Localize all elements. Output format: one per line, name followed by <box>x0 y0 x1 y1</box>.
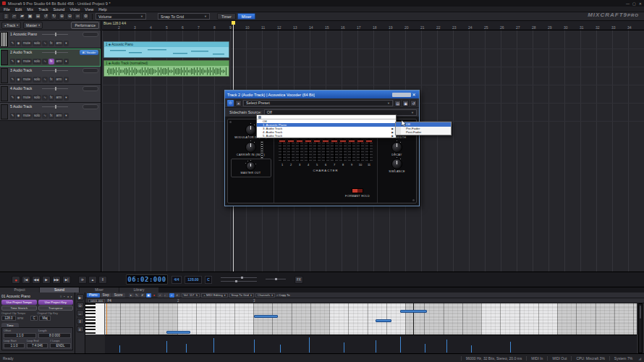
track-expand-button[interactable]: ▾ <box>64 113 68 119</box>
master-out-knob[interactable] <box>246 161 255 171</box>
time-stretch-button[interactable]: Time Stretch <box>1 306 37 311</box>
dropdown-item[interactable]: 5. Audio Track▶ <box>257 134 396 138</box>
track-fx-button[interactable]: fx <box>48 41 54 46</box>
snap-to-grid-combo[interactable]: Snap To Grid▼ <box>158 13 210 20</box>
track-volume-slider[interactable] <box>42 70 68 71</box>
track-fx-button[interactable]: fx <box>48 95 54 101</box>
zoom-v-button[interactable]: ⇕ <box>77 318 84 324</box>
clip-header-icons[interactable]: ≡ ▪ ◂ ▸ <box>60 295 73 298</box>
track-solo-button[interactable]: solo <box>33 95 41 101</box>
midi-editing-combo[interactable]: + MIDI Editing▾ <box>201 293 227 298</box>
track-mute-button[interactable]: mute <box>22 41 32 46</box>
track-arm-button[interactable]: arm <box>55 41 64 46</box>
go-to-start-button[interactable]: |◀ <box>22 276 30 284</box>
go-to-end-button[interactable]: ▶| <box>62 276 71 284</box>
loop-button[interactable]: ⟳ <box>78 276 87 284</box>
track-expand-button[interactable]: ▾ <box>64 59 68 64</box>
track-arm-button[interactable]: arm <box>55 59 64 64</box>
track-volume-slider[interactable] <box>42 106 68 107</box>
velocity-mark[interactable] <box>309 337 310 353</box>
new-file-icon[interactable]: ▯ <box>3 13 9 20</box>
plugin-power-button[interactable]: ⏻ <box>227 100 234 106</box>
track-volume-slider[interactable] <box>42 52 68 53</box>
menu-help[interactable]: Help <box>98 7 106 12</box>
plugin-close-button[interactable]: ✕ <box>411 92 417 97</box>
tab-library[interactable]: Library <box>119 287 158 292</box>
import-icon[interactable]: ▰ <box>19 13 25 20</box>
playhead-flag[interactable] <box>232 21 235 25</box>
minimize-button[interactable]: — <box>626 1 630 6</box>
carrier-in-knob[interactable] <box>245 142 256 153</box>
copy-to-button[interactable]: ♪ Copy To <box>276 293 290 297</box>
track-row-5[interactable]: 5 Audio Track✎◉mutesolo∿fxarm▾ <box>0 103 101 121</box>
arrow-tool-icon[interactable]: ▸ <box>129 293 134 298</box>
menu-mix[interactable]: Mix <box>27 7 33 12</box>
grid-icon[interactable]: ⊞ <box>35 13 41 20</box>
maximize-button[interactable]: ▢ <box>632 1 636 6</box>
edit-position[interactable]: 0401.000 <box>88 299 105 303</box>
pencil-icon[interactable]: ✎ <box>10 113 15 119</box>
track-mute-button[interactable]: mute <box>22 95 32 101</box>
track-row-4[interactable]: 4 Audio Track✎◉mutesolo∿fxarm▾ <box>0 85 101 103</box>
field-value[interactable]: 1:1:0 <box>4 343 25 348</box>
midi-note[interactable] <box>400 310 427 313</box>
midi-note[interactable] <box>166 331 190 334</box>
play-sound-button[interactable]: ▶ <box>77 294 84 300</box>
velocity-mark[interactable] <box>425 344 425 353</box>
play-button[interactable]: ▶ <box>42 276 51 284</box>
reset-preset-icon[interactable]: ↺ <box>410 100 417 106</box>
open-folder-icon[interactable]: ▱ <box>11 13 17 20</box>
master-volume-slider[interactable] <box>221 276 257 283</box>
pencil-icon[interactable]: ✎ <box>10 59 15 64</box>
field-value[interactable]: 7:4:046 <box>27 343 48 348</box>
piano-roll-ruler[interactable]: 0401.000 F4 23 <box>85 298 644 303</box>
track-automation-button[interactable]: ∿ <box>42 77 48 83</box>
performance-button[interactable]: Performance <box>71 22 99 29</box>
field-value[interactable]: ENDL <box>50 343 71 348</box>
tempo-marker[interactable]: Blues 128.0 4/4 <box>103 22 126 25</box>
settings-icon[interactable]: ⚙ <box>82 13 89 20</box>
menu-video[interactable]: Video <box>69 7 80 12</box>
track-fx-button[interactable]: fx <box>48 59 54 64</box>
resize-grip[interactable]: ◢ <box>638 356 641 361</box>
eraser-tool-icon[interactable]: ▣ <box>146 293 151 298</box>
velocity-mark[interactable] <box>254 340 255 353</box>
sibilance-knob[interactable] <box>391 159 402 169</box>
velocity-mark[interactable] <box>186 344 187 353</box>
midi-note[interactable] <box>254 315 278 318</box>
use-project-key-button[interactable]: Use Project Key <box>38 300 74 305</box>
transpose-button[interactable]: Transpose <box>38 306 74 311</box>
piano-roll-grid[interactable] <box>105 303 637 334</box>
plugin-titlebar-widget[interactable] <box>392 93 411 97</box>
time-display[interactable]: 06:02:000 <box>126 274 168 285</box>
record-notes-icon[interactable]: ● <box>152 293 157 298</box>
speaker-icon[interactable]: ◉ <box>16 77 21 83</box>
fast-forward-button[interactable]: ▶▶ <box>52 276 61 284</box>
master-track-button[interactable]: Master▾ <box>23 22 43 29</box>
vertical-scrollbar[interactable] <box>638 303 643 353</box>
velocity-mark[interactable] <box>471 345 472 353</box>
velocity-lane[interactable]: Velocity▾ 100% <box>105 334 637 353</box>
close-button[interactable]: ✕ <box>639 1 642 6</box>
orig-key-value[interactable]: C <box>30 316 38 321</box>
velocity-mark[interactable] <box>119 345 120 353</box>
punch-button[interactable]: ‖ <box>98 276 107 284</box>
speaker-icon[interactable]: ◉ <box>16 41 21 46</box>
tab-mixer[interactable]: Mixer <box>80 287 119 292</box>
velocity-mark[interactable] <box>400 337 401 353</box>
plugin-bypass-button[interactable]: ✕ <box>235 100 242 106</box>
tab-sound[interactable]: Sound <box>40 287 79 292</box>
time-signature-display[interactable]: 4/4 <box>171 276 182 284</box>
pencil-icon[interactable]: ✎ <box>10 95 15 101</box>
loop-sound-button[interactable]: ⊙ <box>77 302 84 308</box>
track-automation-button[interactable]: ∿ <box>42 113 48 119</box>
track-fx-button[interactable]: fx <box>48 77 54 83</box>
menu-button[interactable]: ≡ <box>77 326 84 332</box>
preset-combo[interactable]: Select Preset▼ <box>243 100 393 106</box>
track-automation-button[interactable]: ∿ <box>42 41 48 46</box>
track-mute-button[interactable]: mute <box>22 113 32 119</box>
menu-file[interactable]: File <box>4 7 10 12</box>
note-beam-icon[interactable]: ♫ <box>169 293 174 298</box>
orig-tempo-value[interactable]: 128.0 <box>1 316 16 321</box>
piano-clip[interactable]: 1 ◈ Acoustic Piano <box>103 41 229 58</box>
